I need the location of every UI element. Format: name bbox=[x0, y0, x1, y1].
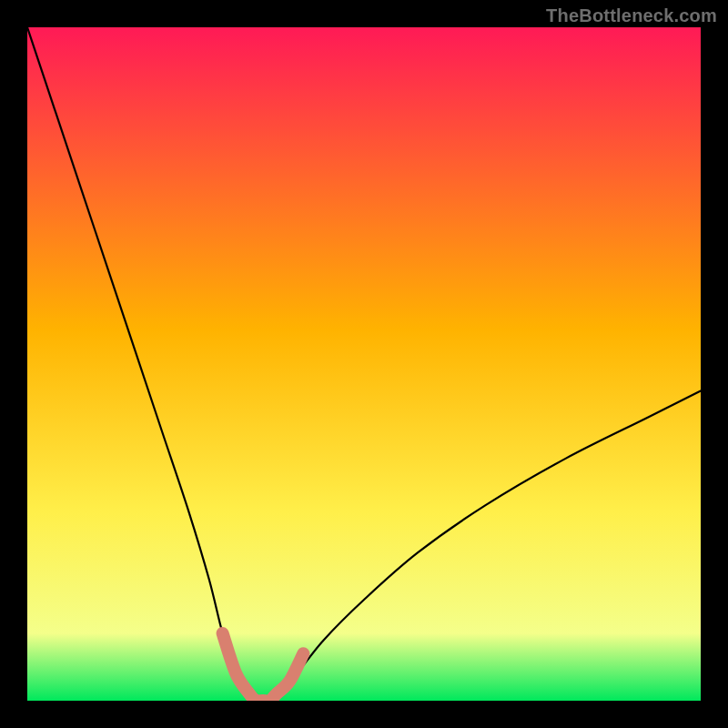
chart-plot-area bbox=[27, 27, 701, 701]
chart-svg bbox=[27, 27, 701, 701]
watermark-text: TheBottleneck.com bbox=[546, 5, 717, 26]
chart-frame: TheBottleneck.com bbox=[0, 0, 728, 728]
